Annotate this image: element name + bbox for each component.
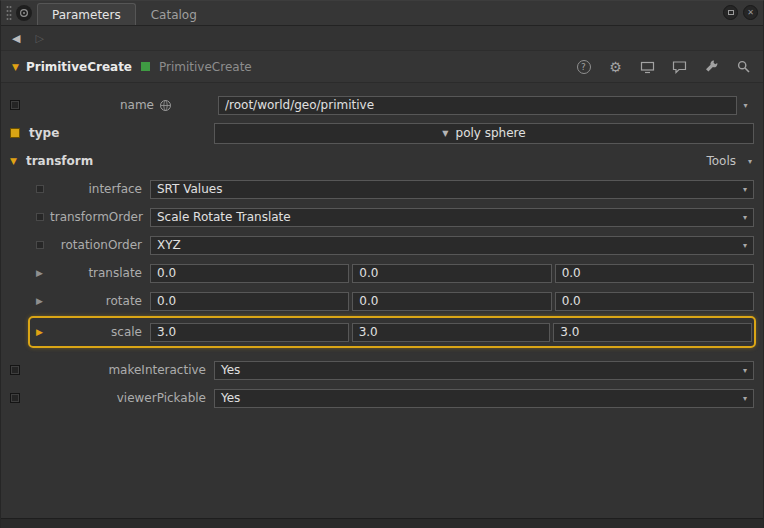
- scale-fields: [150, 323, 752, 342]
- translate-fields: [150, 264, 754, 283]
- viewerPickable-state-checkbox[interactable]: [10, 393, 20, 403]
- panel-grip-handle[interactable]: [4, 1, 14, 25]
- name-label: name: [24, 98, 154, 112]
- tools-label: Tools: [706, 154, 736, 168]
- node-collapse-triangle-icon[interactable]: ▼: [12, 62, 19, 72]
- rotationOrder-state-badge[interactable]: [36, 241, 44, 249]
- close-icon: ✕: [747, 8, 754, 17]
- grip-dots-icon: [6, 5, 12, 21]
- panel-float-button[interactable]: [723, 5, 738, 20]
- param-row-name: name ▾: [1, 91, 763, 119]
- comment-button[interactable]: [671, 58, 688, 75]
- rotate-label: rotate: [50, 294, 150, 308]
- name-input[interactable]: [218, 96, 737, 115]
- monitor-button[interactable]: [639, 58, 656, 75]
- float-icon: [728, 10, 734, 15]
- param-row-makeInteractive: makeInteractive Yes ▾: [1, 356, 763, 384]
- help-button[interactable]: ?: [575, 58, 592, 75]
- search-icon: [736, 59, 751, 74]
- type-dropdown[interactable]: ▼ poly sphere: [214, 123, 754, 144]
- rotationOrder-value: XYZ: [157, 238, 181, 252]
- node-name-text: PrimitiveCreate: [159, 60, 252, 74]
- search-button[interactable]: [735, 58, 752, 75]
- type-dropdown-arrow-icon: ▼: [442, 129, 448, 138]
- type-value: poly sphere: [456, 126, 526, 140]
- makeInteractive-dropdown[interactable]: Yes ▾: [214, 361, 754, 380]
- translate-y-input[interactable]: [352, 264, 551, 283]
- parameters-list: name ▾ type ▼ poly sphere ▼ transform To…: [1, 83, 763, 412]
- transformOrder-state-badge[interactable]: [36, 213, 44, 221]
- back-arrow-icon[interactable]: ◀: [12, 32, 20, 45]
- name-dropdown-chevron-icon[interactable]: ▾: [737, 101, 754, 110]
- param-row-viewerPickable: viewerPickable Yes ▾: [1, 384, 763, 412]
- translate-z-input[interactable]: [555, 264, 754, 283]
- wrench-button[interactable]: [703, 58, 720, 75]
- transformOrder-dropdown[interactable]: Scale Rotate Translate ▾: [150, 208, 754, 227]
- tabbar-spacer: [212, 1, 723, 25]
- param-row-rotate: ▶ rotate: [1, 287, 763, 315]
- node-status-square: [141, 62, 150, 71]
- scale-label: scale: [50, 325, 150, 339]
- rotationOrder-dropdown[interactable]: XYZ ▾: [150, 236, 754, 255]
- transform-collapse-triangle-icon[interactable]: ▼: [10, 156, 17, 166]
- forward-arrow-icon[interactable]: ▷: [35, 32, 43, 45]
- rotate-expand-triangle-icon[interactable]: ▶: [36, 296, 50, 306]
- interface-value: SRT Values: [157, 182, 222, 196]
- wrench-icon: [704, 59, 719, 74]
- param-row-translate: ▶ translate: [1, 259, 763, 287]
- scenegraph-location-icon: [159, 99, 172, 112]
- rotate-fields: [150, 292, 754, 311]
- node-header: ▼ PrimitiveCreate PrimitiveCreate ? ⚙: [1, 51, 763, 83]
- panel-close-button[interactable]: ✕: [743, 5, 758, 20]
- parameters-panel: Parameters Catalog ✕ ◀ ▷ ▼ PrimitiveCrea…: [0, 0, 764, 528]
- scale-highlight-outline: ▶ scale: [28, 316, 756, 348]
- help-icon: ?: [577, 60, 591, 74]
- node-header-icons: ? ⚙: [575, 58, 752, 75]
- name-state-checkbox[interactable]: [10, 100, 20, 110]
- rotate-y-input[interactable]: [352, 292, 551, 311]
- chevron-down-icon: ▾: [737, 366, 747, 375]
- viewerPickable-label: viewerPickable: [24, 391, 206, 405]
- transformOrder-label: transformOrder: [50, 210, 150, 224]
- transform-group-header: ▼ transform Tools ▾: [1, 147, 763, 175]
- param-row-scale: ▶ scale: [32, 320, 752, 344]
- node-type-title: PrimitiveCreate: [26, 60, 132, 74]
- scale-y-input[interactable]: [352, 323, 551, 342]
- rotate-x-input[interactable]: [150, 292, 349, 311]
- scale-expand-triangle-icon[interactable]: ▶: [36, 327, 50, 337]
- gear-icon: ⚙: [609, 59, 622, 75]
- scale-z-input[interactable]: [553, 323, 752, 342]
- interface-label: interface: [50, 182, 150, 196]
- type-label: type: [24, 126, 214, 140]
- translate-label: translate: [50, 266, 150, 280]
- interface-dropdown[interactable]: SRT Values ▾: [150, 180, 754, 199]
- param-row-type: type ▼ poly sphere: [1, 119, 763, 147]
- viewerPickable-dropdown[interactable]: Yes ▾: [214, 389, 754, 408]
- tab-parameters-label: Parameters: [52, 8, 121, 22]
- settings-button[interactable]: ⚙: [607, 58, 624, 75]
- translate-x-input[interactable]: [150, 264, 349, 283]
- tools-chevron-icon: ▾: [742, 157, 752, 166]
- pin-glyph-icon: [19, 8, 29, 18]
- rotate-z-input[interactable]: [555, 292, 754, 311]
- chevron-down-icon: ▾: [737, 394, 747, 403]
- tab-catalog-label: Catalog: [151, 8, 197, 22]
- interface-state-badge[interactable]: [36, 185, 44, 193]
- param-row-interface: interface SRT Values ▾: [1, 175, 763, 203]
- scale-x-input[interactable]: [150, 323, 349, 342]
- makeInteractive-state-checkbox[interactable]: [10, 365, 20, 375]
- panel-pin-icon[interactable]: [16, 5, 32, 21]
- history-nav-bar: ◀ ▷: [1, 26, 763, 51]
- viewerPickable-value: Yes: [221, 391, 240, 405]
- tab-parameters[interactable]: Parameters: [37, 3, 136, 25]
- param-row-transformOrder: transformOrder Scale Rotate Translate ▾: [1, 203, 763, 231]
- transform-label: transform: [26, 154, 93, 168]
- chevron-down-icon: ▾: [737, 241, 747, 250]
- translate-expand-triangle-icon[interactable]: ▶: [36, 268, 50, 278]
- tools-dropdown[interactable]: Tools ▾: [706, 154, 754, 168]
- type-state-checkbox[interactable]: [10, 128, 20, 138]
- makeInteractive-label: makeInteractive: [24, 363, 206, 377]
- transformOrder-value: Scale Rotate Translate: [157, 210, 291, 224]
- tab-catalog[interactable]: Catalog: [136, 3, 212, 25]
- rotationOrder-label: rotationOrder: [50, 238, 150, 252]
